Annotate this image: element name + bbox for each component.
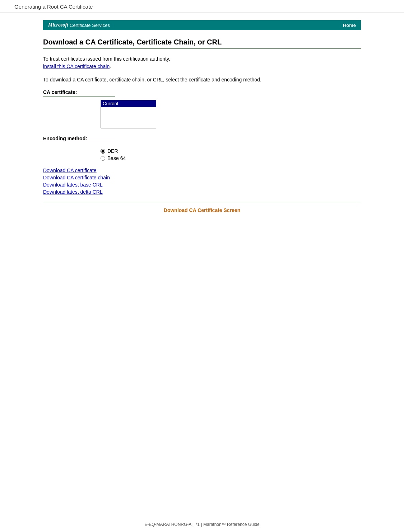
caption: Download CA Certificate Screen — [43, 207, 361, 213]
page-header: Generating a Root CA Certificate — [0, 0, 404, 13]
page-footer: E-EQ-MARATHONRG-A [ 71 ] Marathon™ Refer… — [0, 519, 404, 527]
download-instruction: To download a CA certificate, certificat… — [43, 76, 361, 84]
encoding-section: Encoding method: DER Base 64 — [43, 136, 361, 161]
footer-text: E-EQ-MARATHONRG-A [ 71 ] Marathon™ Refer… — [144, 522, 260, 527]
radio-der[interactable] — [101, 149, 105, 154]
download-latest-base-crl-link[interactable]: Download latest base CRL — [43, 182, 361, 188]
home-link[interactable]: Home — [343, 23, 356, 28]
trust-paragraph: To trust certificates issued from this c… — [43, 55, 361, 70]
ca-cert-label: CA certificate: — [43, 89, 115, 97]
radio-base64-label: Base 64 — [107, 155, 126, 161]
cert-services-text: Certificate Services — [70, 23, 110, 28]
trust-text: To trust certificates issued from this c… — [43, 56, 170, 62]
ca-cert-listbox[interactable]: Current — [101, 100, 156, 128]
download-ca-cert-chain-link[interactable]: Download CA certificate chain — [43, 175, 361, 180]
radio-der-row: DER — [101, 148, 361, 154]
radio-der-label: DER — [107, 148, 118, 154]
main-content: Microsoft Certificate Services Home Down… — [0, 13, 404, 231]
ca-cert-section: CA certificate: Current — [43, 89, 361, 128]
ms-logo: Microsoft — [48, 22, 68, 28]
encoding-label: Encoding method: — [43, 136, 115, 143]
banner-left: Microsoft Certificate Services — [48, 22, 110, 28]
page-header-title: Generating a Root CA Certificate — [14, 4, 93, 10]
bottom-divider — [43, 202, 361, 202]
trust-end: . — [110, 63, 111, 69]
install-link[interactable]: install this CA certificate chain — [43, 63, 110, 69]
section-heading: Download a CA Certificate, Certificate C… — [43, 38, 361, 49]
microsoft-text: Microsoft — [48, 22, 68, 28]
radio-base64-row: Base 64 — [101, 155, 361, 161]
ms-cert-banner: Microsoft Certificate Services Home — [43, 20, 361, 30]
radio-base64[interactable] — [101, 156, 105, 161]
download-links: Download CA certificate Download CA cert… — [43, 168, 361, 195]
download-latest-delta-crl-link[interactable]: Download latest delta CRL — [43, 189, 361, 195]
radio-group: DER Base 64 — [101, 148, 361, 161]
download-ca-cert-link[interactable]: Download CA certificate — [43, 168, 361, 173]
listbox-item-current: Current — [101, 100, 156, 107]
listbox-container: Current — [101, 100, 361, 128]
